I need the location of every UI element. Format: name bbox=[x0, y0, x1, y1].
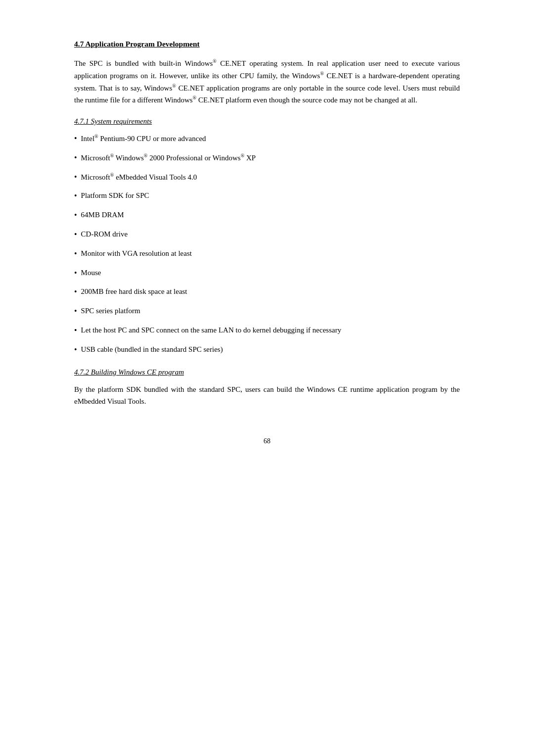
list-item: • Monitor with VGA resolution at least bbox=[74, 248, 460, 260]
list-item-text: Monitor with VGA resolution at least bbox=[81, 248, 460, 259]
list-item: • Intel® Pentium-90 CPU or more advanced bbox=[74, 133, 460, 145]
bullet-icon: • bbox=[74, 286, 77, 298]
sub-heading-471: 4.7.1 System requirements bbox=[74, 117, 460, 126]
list-item: • CD-ROM drive bbox=[74, 229, 460, 241]
bullet-icon: • bbox=[74, 171, 77, 184]
bullet-icon: • bbox=[74, 152, 77, 164]
list-item: • Platform SDK for SPC bbox=[74, 190, 460, 202]
list-item-text: 64MB DRAM bbox=[81, 209, 460, 221]
section-472: 4.7.2 Building Windows CE program By the… bbox=[74, 368, 460, 408]
list-item-text: CD-ROM drive bbox=[81, 229, 460, 240]
bullet-icon: • bbox=[74, 325, 77, 337]
page-container: 4.7 Application Program Development The … bbox=[74, 0, 460, 485]
bullet-icon: • bbox=[74, 133, 77, 145]
list-item: • Mouse bbox=[74, 267, 460, 280]
bullet-icon: • bbox=[74, 305, 77, 318]
list-item: • Let the host PC and SPC connect on the… bbox=[74, 325, 460, 337]
list-item-text: Microsoft® Windows® 2000 Professional or… bbox=[81, 152, 460, 164]
bullet-icon: • bbox=[74, 344, 77, 356]
page-number: 68 bbox=[74, 437, 460, 445]
list-item-text: Microsoft® eMbedded Visual Tools 4.0 bbox=[81, 171, 460, 183]
list-item: • 64MB DRAM bbox=[74, 209, 460, 222]
requirements-list: • Intel® Pentium-90 CPU or more advanced… bbox=[74, 133, 460, 356]
list-item-text: Platform SDK for SPC bbox=[81, 190, 460, 201]
list-item: • SPC series platform bbox=[74, 305, 460, 318]
bullet-icon: • bbox=[74, 229, 77, 241]
bullet-icon: • bbox=[74, 267, 77, 280]
bullet-icon: • bbox=[74, 209, 77, 222]
section-472-text: By the platform SDK bundled with the sta… bbox=[74, 383, 460, 408]
intro-paragraph: The SPC is bundled with built-in Windows… bbox=[74, 57, 460, 106]
list-item-text: 200MB free hard disk space at least bbox=[81, 286, 460, 297]
section-heading-47: 4.7 Application Program Development bbox=[74, 40, 460, 48]
list-item: • Microsoft® eMbedded Visual Tools 4.0 bbox=[74, 171, 460, 184]
bullet-icon: • bbox=[74, 248, 77, 260]
sub-heading-472: 4.7.2 Building Windows CE program bbox=[74, 368, 460, 377]
list-item: • 200MB free hard disk space at least bbox=[74, 286, 460, 298]
list-item-text: SPC series platform bbox=[81, 305, 460, 317]
bullet-icon: • bbox=[74, 190, 77, 202]
list-item-text: Let the host PC and SPC connect on the s… bbox=[81, 325, 460, 336]
list-item-text: USB cable (bundled in the standard SPC s… bbox=[81, 344, 460, 355]
list-item: • USB cable (bundled in the standard SPC… bbox=[74, 344, 460, 356]
list-item-text: Mouse bbox=[81, 267, 460, 279]
list-item-text: Intel® Pentium-90 CPU or more advanced bbox=[81, 133, 460, 144]
list-item: • Microsoft® Windows® 2000 Professional … bbox=[74, 152, 460, 164]
